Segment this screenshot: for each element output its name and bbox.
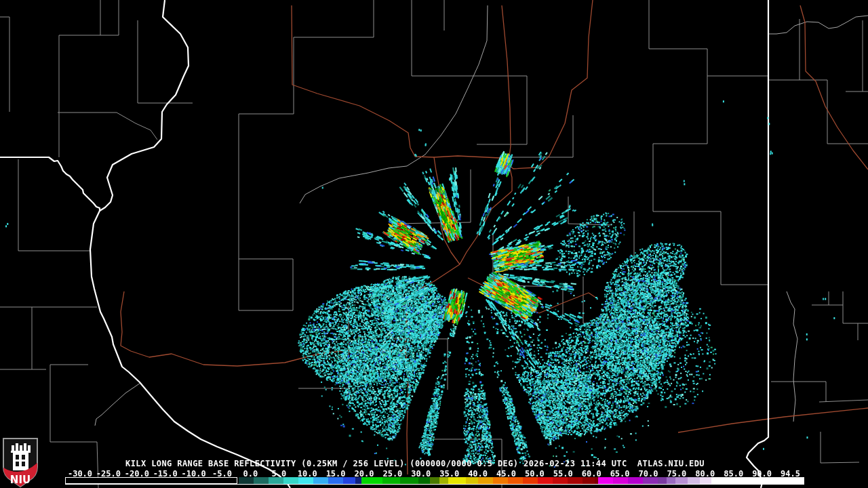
product-title: KILX LONG RANGE BASE REFLECTIVITY (0.25K… (125, 459, 705, 468)
reflectivity-echoes (0, 0, 868, 488)
niu-logo: NIU (1, 437, 39, 488)
radar-display: NIU KILX LONG RANGE BASE REFLECTIVITY (0… (0, 0, 868, 488)
colorbar-underline (65, 484, 804, 485)
logo-text: NIU (10, 474, 31, 486)
colorbar-null-box (65, 477, 237, 484)
colorbar (239, 477, 804, 484)
